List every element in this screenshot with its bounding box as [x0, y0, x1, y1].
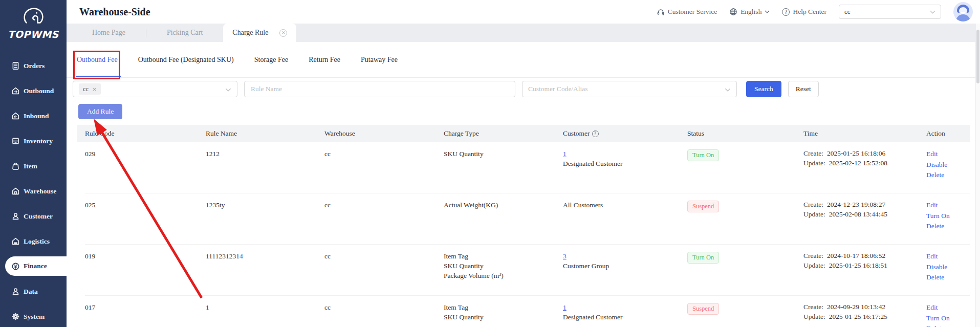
create-time: Create:2024-09-29 10:13:42	[803, 302, 926, 312]
brand-logo[interactable]: TOPWMS	[0, 0, 67, 40]
warehouse-switcher-select[interactable]: cc	[839, 5, 941, 19]
column-header-rule-code: Rule Code	[85, 129, 206, 138]
rule-name-cell: 1212	[206, 149, 324, 159]
subtab-outbound-fee-designated-sku[interactable]: Outbound Fee (Designated SKU)	[138, 42, 234, 77]
charge-type-cell: Item TagSKU QuantityPackage Volume (m³)	[444, 251, 563, 280]
brand-name: TOPWMS	[8, 29, 59, 40]
rule-name-input[interactable]	[244, 81, 515, 97]
sidebar-item-orders[interactable]: Orders	[0, 53, 67, 78]
delete-action-link[interactable]: Delete	[926, 170, 970, 180]
turn-on-action-link[interactable]: Turn On	[926, 313, 970, 323]
chevron-down-icon	[765, 10, 770, 13]
create-time: Create:2024-12-23 19:08:27	[803, 200, 926, 210]
customer-filter-select[interactable]: Customer Code/Alias	[522, 81, 737, 97]
sidebar-item-warehouse[interactable]: Warehouse	[0, 179, 67, 204]
rule-name-cell: 11112312314	[206, 251, 324, 261]
status-cell: Turn On	[687, 251, 803, 264]
edit-action-link[interactable]: Edit	[926, 149, 970, 159]
headset-icon	[657, 8, 665, 16]
sidebar-item-outbound[interactable]: Outbound	[0, 78, 67, 103]
action-cell: EditTurn OnDelete	[926, 302, 970, 327]
customer-cell: All Customers	[563, 200, 687, 210]
warehouse-cell: cc	[324, 302, 444, 312]
user-avatar[interactable]	[953, 2, 973, 21]
rule-code-cell: 017	[85, 302, 206, 312]
subtab-label: Return Fee	[309, 56, 340, 64]
column-header-rule-name: Rule Name	[206, 129, 324, 138]
warehouse-icon	[11, 187, 20, 195]
sidebar-item-customer[interactable]: Customer	[0, 204, 67, 229]
remove-tag-icon[interactable]: ×	[92, 86, 97, 93]
table-body: 0291212ccSKU Quantity1Designated Custome…	[85, 142, 970, 327]
warehouse-filter-select[interactable]: cc ×	[73, 81, 237, 97]
edit-action-link[interactable]: Edit	[926, 200, 970, 210]
delete-action-link[interactable]: Delete	[926, 323, 970, 327]
update-time: Update:2025-02-08 13:44:45	[803, 210, 926, 220]
help-center-button[interactable]: ? Help Center	[782, 8, 826, 16]
customer-service-button[interactable]: Customer Service	[657, 8, 717, 16]
rule-code-cell: 025	[85, 200, 206, 210]
tab-picking-cart[interactable]: Picking Cart	[146, 24, 223, 42]
time-cell: Create:2024-12-23 19:08:27Update:2025-02…	[803, 200, 926, 219]
search-button[interactable]: Search	[746, 81, 781, 97]
create-time-label: Create:	[803, 303, 823, 311]
customer-cell: 1Designated Customer	[563, 302, 687, 322]
delete-action-link[interactable]: Delete	[926, 272, 970, 282]
table-row: 0251235tyccActual Weight(KG)All Customer…	[85, 193, 970, 245]
sidebar-item-logistics[interactable]: Logistics	[0, 229, 67, 254]
subtab-storage-fee[interactable]: Storage Fee	[254, 42, 288, 77]
sidebar-item-inbound[interactable]: Inbound	[0, 103, 67, 128]
edit-action-link[interactable]: Edit	[926, 251, 970, 261]
chevron-down-icon	[225, 84, 231, 94]
topbar: Warehouse-Side Customer Service	[67, 0, 980, 24]
customer-count-link[interactable]: 1	[563, 302, 687, 312]
sidebar-item-inventory[interactable]: Inventory	[0, 128, 67, 154]
reset-button[interactable]: Reset	[788, 81, 819, 97]
customer-service-label: Customer Service	[668, 8, 717, 16]
table-row: 0291212ccSKU Quantity1Designated Custome…	[85, 142, 970, 193]
tab-home-page[interactable]: Home Page	[72, 24, 146, 42]
subtab-return-fee[interactable]: Return Fee	[309, 42, 340, 77]
language-switcher[interactable]: English	[729, 8, 770, 16]
create-time: Create:2024-10-17 18:06:52	[803, 251, 926, 261]
warehouse-cell: cc	[324, 200, 444, 210]
sidebar-item-system[interactable]: System	[0, 304, 67, 327]
customer-count-link[interactable]: 1	[563, 149, 687, 159]
column-label: Charge Type	[444, 129, 479, 138]
disable-action-link[interactable]: Disable	[926, 262, 970, 272]
data-icon	[11, 287, 20, 296]
edit-action-link[interactable]: Edit	[926, 302, 970, 313]
update-time-label: Update:	[803, 313, 825, 320]
turn-on-action-link[interactable]: Turn On	[926, 211, 970, 221]
action-cell: EditTurn OnDelete	[926, 200, 970, 231]
subtab-putaway-fee[interactable]: Putaway Fee	[361, 42, 398, 77]
subtab-label: Putaway Fee	[361, 56, 398, 64]
outbound-icon	[11, 86, 20, 95]
charge-type-cell: Item TagSKU Quantity	[444, 302, 563, 322]
help-icon[interactable]: ?	[592, 130, 599, 137]
sidebar-item-finance[interactable]: Finance	[5, 256, 67, 276]
globe-icon	[729, 8, 737, 16]
status-badge: Suspend	[687, 303, 719, 315]
add-rule-button[interactable]: Add Rule	[78, 104, 122, 119]
subtab-outbound-fee[interactable]: Outbound Fee	[77, 42, 118, 77]
scrollbar-thumb[interactable]	[976, 30, 979, 83]
sidebar-item-label: Logistics	[24, 237, 50, 246]
charge-type-line: SKU Quantity	[444, 261, 563, 271]
delete-action-link[interactable]: Delete	[926, 221, 970, 231]
vertical-scrollbar[interactable]	[975, 24, 980, 327]
charge-rule-table: Rule CodeRule NameWarehouseCharge TypeCu…	[77, 125, 970, 327]
column-header-action: Action	[926, 129, 970, 138]
tab-charge-rule[interactable]: Charge Rule✕	[223, 24, 296, 42]
warehouse-cell: cc	[324, 149, 444, 159]
charge-type-line: Package Volume (m³)	[444, 271, 563, 280]
close-icon[interactable]: ✕	[279, 29, 287, 37]
rule-name-cell: 1235ty	[206, 200, 324, 210]
customer-icon	[11, 212, 20, 221]
disable-action-link[interactable]: Disable	[926, 160, 970, 170]
finance-icon	[11, 262, 20, 271]
sidebar-item-data[interactable]: Data	[0, 279, 67, 304]
sidebar-item-item[interactable]: Item	[0, 154, 67, 179]
customer-type-label: Designated Customer	[563, 312, 687, 322]
customer-count-link[interactable]: 3	[563, 251, 687, 261]
